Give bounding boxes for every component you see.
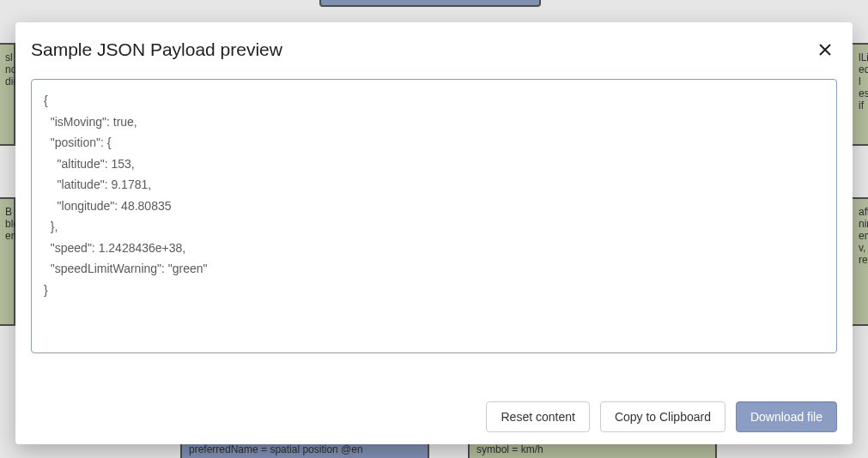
download-file-button[interactable]: Download file: [736, 401, 837, 432]
json-preview-modal: Sample JSON Payload preview { "isMoving"…: [15, 22, 853, 444]
reset-content-button[interactable]: Reset content: [486, 401, 589, 432]
modal-footer: Reset content Copy to Clipboard Download…: [31, 401, 837, 432]
modal-title: Sample JSON Payload preview: [31, 39, 282, 60]
copy-to-clipboard-button[interactable]: Copy to Clipboard: [600, 401, 725, 432]
close-icon: [816, 41, 834, 58]
json-editor[interactable]: { "isMoving": true, "position": { "altit…: [31, 79, 837, 353]
modal-header: Sample JSON Payload preview: [31, 38, 837, 62]
close-button[interactable]: [813, 38, 837, 62]
